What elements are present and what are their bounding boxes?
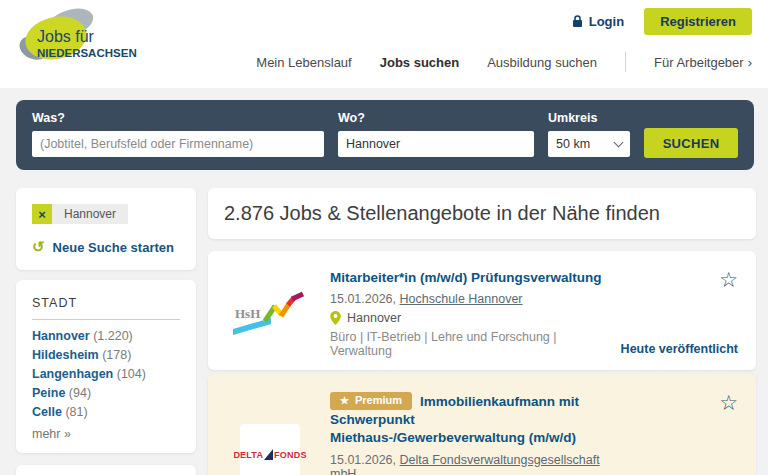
job-body: ★PremiumImmobilienkaufmann mit Schwerpun… — [330, 390, 610, 475]
results-heading: 2.876 Jobs & Stellenangebote in der Nähe… — [224, 202, 740, 225]
logo-line1: Jobs für — [37, 28, 95, 45]
job-side: ☆ Heute veröffentlicht — [610, 390, 740, 475]
filter-tag-label: Hannover — [52, 204, 128, 224]
company-logo-hsh: HsH — [226, 267, 314, 358]
delta-logo-word2: FONDS — [274, 450, 307, 460]
nav-divider — [625, 52, 626, 72]
lock-icon — [572, 15, 583, 28]
filter-tag-hannover[interactable]: × Hannover — [32, 204, 128, 224]
city-link-peine[interactable]: Peine (94) — [32, 386, 180, 400]
city-count: (81) — [65, 405, 87, 419]
header-right: Login Registrieren Mein Lebenslauf Jobs … — [256, 6, 752, 88]
register-button[interactable]: Registrieren — [644, 8, 752, 35]
filter-sidebar: × Hannover ↺ Neue Suche starten STADT Ha… — [16, 188, 196, 475]
nav-item-arbeitgeber[interactable]: Für Arbeitgeber› — [654, 55, 752, 70]
nav-item-ausbildung[interactable]: Ausbildung suchen — [487, 55, 597, 70]
login-label: Login — [589, 14, 624, 29]
login-link[interactable]: Login — [572, 14, 624, 29]
search-what-group: Was? — [32, 111, 324, 157]
search-radius-group: Umkreis 50 km — [548, 111, 630, 157]
where-label: Wo? — [338, 111, 534, 125]
header: Jobs für NIEDERSACHSEN Login Registriere… — [0, 0, 768, 88]
nav-item-jobs-suchen[interactable]: Jobs suchen — [380, 55, 459, 70]
company-logo-delta-fonds: DELTA FONDS — [226, 390, 314, 475]
close-icon[interactable]: × — [32, 204, 52, 224]
premium-badge: ★Premium — [330, 392, 412, 410]
search-where-group: Wo? — [338, 111, 534, 157]
job-body: Mitarbeiter*in (m/w/d) Prüfungsverwaltun… — [330, 267, 610, 358]
premium-label: Premium — [355, 393, 402, 408]
premium-star-icon: ★ — [340, 394, 349, 408]
delta-logo-box: DELTA FONDS — [240, 424, 300, 475]
radius-select[interactable]: 50 km — [548, 131, 630, 157]
job-listing-hochschule[interactable]: HsH Mitarbeiter*in (m/w/d) Prüfungsverwa… — [208, 251, 756, 370]
job-meta: 15.01.2026, Delta Fondsverwaltungsgesell… — [330, 453, 610, 475]
new-search-label: Neue Suche starten — [53, 240, 174, 255]
job-listing-delta-fonds[interactable]: DELTA FONDS ★PremiumImmobilienkaufmann m… — [208, 374, 756, 475]
job-meta: 15.01.2026, Hochschule Hannover — [330, 292, 610, 306]
radius-value: 50 km — [556, 137, 590, 151]
city-name: Langenhagen — [32, 367, 113, 381]
main-nav: Mein Lebenslauf Jobs suchen Ausbildung s… — [256, 52, 752, 72]
logo-line2: NIEDERSACHSEN — [37, 47, 137, 59]
results-heading-card: 2.876 Jobs & Stellenangebote in der Nähe… — [208, 188, 756, 239]
stadt-filter-card: STADT Hannover (1.220) Hildesheim (178) … — [16, 280, 196, 453]
active-filters-card: × Hannover ↺ Neue Suche starten — [16, 188, 196, 270]
city-name: Celle — [32, 405, 62, 419]
results-main: 2.876 Jobs & Stellenangebote in der Nähe… — [208, 188, 756, 475]
city-link-hildesheim[interactable]: Hildesheim (178) — [32, 348, 180, 362]
stadt-title: STADT — [32, 296, 180, 320]
logo-graphic: Jobs für NIEDERSACHSEN — [18, 6, 143, 68]
search-submit-button[interactable]: SUCHEN — [644, 128, 738, 158]
new-search-link[interactable]: ↺ Neue Suche starten — [32, 238, 180, 256]
delta-triangle — [264, 449, 273, 460]
search-band: Was? Wo? Umkreis 50 km SUCHEN — [16, 100, 754, 170]
content: × Hannover ↺ Neue Suche starten STADT Ha… — [0, 170, 768, 475]
favorite-star-icon[interactable]: ☆ — [719, 269, 738, 290]
city-link-hannover[interactable]: Hannover (1.220) — [32, 329, 180, 343]
city-count: (94) — [69, 386, 91, 400]
next-filter-card — [16, 465, 196, 475]
job-side: ☆ Heute veröffentlicht — [610, 267, 740, 358]
job-location-row: Hannover — [330, 311, 610, 325]
job-location: Hannover — [347, 311, 401, 325]
published-badge: Heute veröffentlicht — [621, 342, 738, 356]
map-pin-icon — [330, 311, 341, 325]
job-date: 15.01.2026, — [330, 453, 396, 467]
city-name: Hannover — [32, 329, 90, 343]
nav-item-arbeitgeber-label: Für Arbeitgeber — [654, 55, 744, 70]
company-link[interactable]: Hochschule Hannover — [400, 292, 523, 306]
favorite-star-icon[interactable]: ☆ — [719, 392, 738, 413]
site-logo[interactable]: Jobs für NIEDERSACHSEN — [18, 6, 143, 68]
what-label: Was? — [32, 111, 324, 125]
city-count: (104) — [117, 367, 146, 381]
job-title-link[interactable]: Mitarbeiter*in (m/w/d) Prüfungsverwaltun… — [330, 269, 610, 287]
job-date: 15.01.2026, — [330, 292, 396, 306]
what-input[interactable] — [32, 131, 324, 157]
radius-label: Umkreis — [548, 111, 630, 125]
where-input[interactable] — [338, 131, 534, 157]
chevron-right-icon: › — [748, 55, 752, 70]
refresh-icon: ↺ — [32, 238, 45, 256]
job-categories: Büro | IT-Betrieb | Lehre und Forschung … — [330, 330, 610, 358]
stadt-more-link[interactable]: mehr » — [32, 427, 180, 441]
city-link-celle[interactable]: Celle (81) — [32, 405, 180, 419]
auth-row: Login Registrieren — [572, 6, 752, 36]
city-count: (178) — [102, 348, 131, 362]
city-name: Peine — [32, 386, 65, 400]
job-title-link[interactable]: ★PremiumImmobilienkaufmann mit Schwerpun… — [330, 392, 610, 447]
chevron-down-icon — [614, 137, 624, 147]
city-count: (1.220) — [93, 329, 133, 343]
delta-logo-word1: DELTA — [233, 450, 263, 460]
nav-item-lebenslauf[interactable]: Mein Lebenslauf — [256, 55, 351, 70]
city-link-langenhagen[interactable]: Langenhagen (104) — [32, 367, 180, 381]
svg-text:HsH: HsH — [235, 306, 260, 321]
city-name: Hildesheim — [32, 348, 99, 362]
